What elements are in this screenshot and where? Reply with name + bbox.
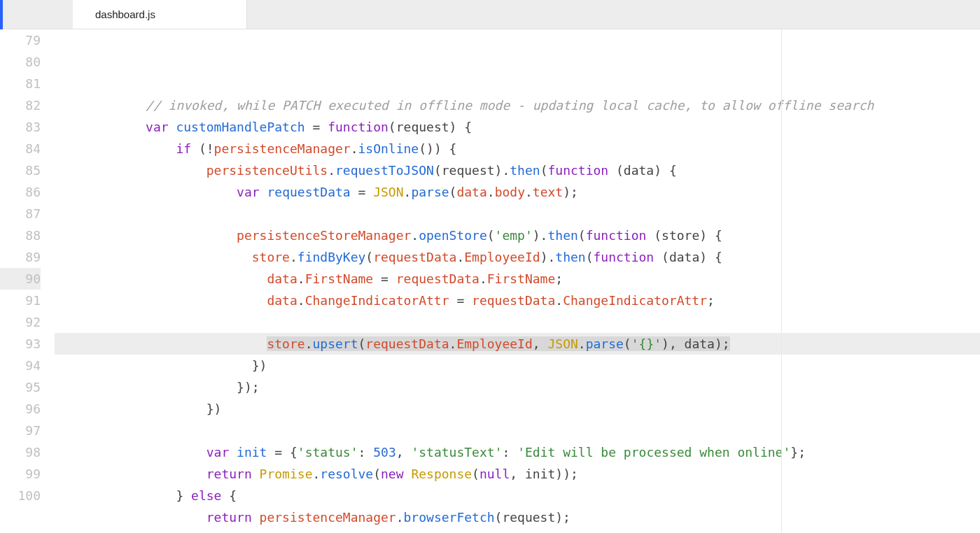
line-number: 85 <box>0 159 41 181</box>
code-line[interactable]: var requestData = JSON.parse(data.body.t… <box>55 181 980 203</box>
line-number: 96 <box>0 398 41 420</box>
line-number: 98 <box>0 441 41 463</box>
code-line[interactable]: store.upsert(requestData.EmployeeId, JSO… <box>55 333 980 355</box>
code-line[interactable]: }) <box>55 398 980 420</box>
tab-bar: dashboard.js <box>0 0 980 29</box>
line-number: 88 <box>0 225 41 246</box>
line-number: 92 <box>0 311 41 333</box>
code-editor[interactable]: 7980818283848586878889909192939495969798… <box>0 29 980 533</box>
line-number: 91 <box>0 290 41 311</box>
code-line[interactable]: store.findByKey(requestData.EmployeeId).… <box>55 246 980 268</box>
line-number: 89 <box>0 246 41 268</box>
line-number: 87 <box>0 203 41 225</box>
code-line[interactable]: persistenceUtils.requestToJSON(request).… <box>55 159 980 181</box>
line-number: 79 <box>0 29 41 51</box>
code-line[interactable]: return persistenceManager.browserFetch(r… <box>55 506 980 528</box>
line-number: 84 <box>0 138 41 159</box>
code-area[interactable]: // invoked, while PATCH executed in offl… <box>55 29 980 533</box>
code-line[interactable]: persistenceStoreManager.openStore('emp')… <box>55 225 980 246</box>
tab-dashboard-js[interactable]: dashboard.js <box>73 0 247 29</box>
code-line[interactable]: } <box>55 528 980 533</box>
tab-title: dashboard.js <box>95 3 155 25</box>
line-number-gutter: 7980818283848586878889909192939495969798… <box>0 29 55 533</box>
line-number: 94 <box>0 355 41 376</box>
code-line[interactable]: return Promise.resolve(new Response(null… <box>55 463 980 485</box>
code-line[interactable]: var init = {'status': 503, 'statusText':… <box>55 441 980 463</box>
line-number: 95 <box>0 376 41 398</box>
line-number: 80 <box>0 51 41 73</box>
code-line[interactable] <box>55 203 980 225</box>
code-line[interactable]: } else { <box>55 485 980 506</box>
code-line[interactable]: if (!persistenceManager.isOnline()) { <box>55 138 980 159</box>
line-number: 83 <box>0 116 41 138</box>
line-number: 82 <box>0 94 41 116</box>
code-line[interactable]: data.ChangeIndicatorAttr = requestData.C… <box>55 290 980 311</box>
line-number: 100 <box>0 485 41 506</box>
line-number: 86 <box>0 181 41 203</box>
code-line[interactable]: // invoked, while PATCH executed in offl… <box>55 94 980 116</box>
code-line[interactable]: data.FirstName = requestData.FirstName; <box>55 268 980 290</box>
code-line[interactable] <box>55 420 980 441</box>
code-line[interactable]: }); <box>55 376 980 398</box>
code-line[interactable]: }) <box>55 355 980 376</box>
line-number: 93 <box>0 333 41 355</box>
line-number: 90 <box>0 268 41 290</box>
line-number: 81 <box>0 73 41 94</box>
line-number: 99 <box>0 463 41 485</box>
code-line[interactable] <box>55 311 980 333</box>
code-line[interactable]: var customHandlePatch = function(request… <box>55 116 980 138</box>
line-number: 97 <box>0 420 41 441</box>
active-tab-indicator <box>0 0 3 29</box>
